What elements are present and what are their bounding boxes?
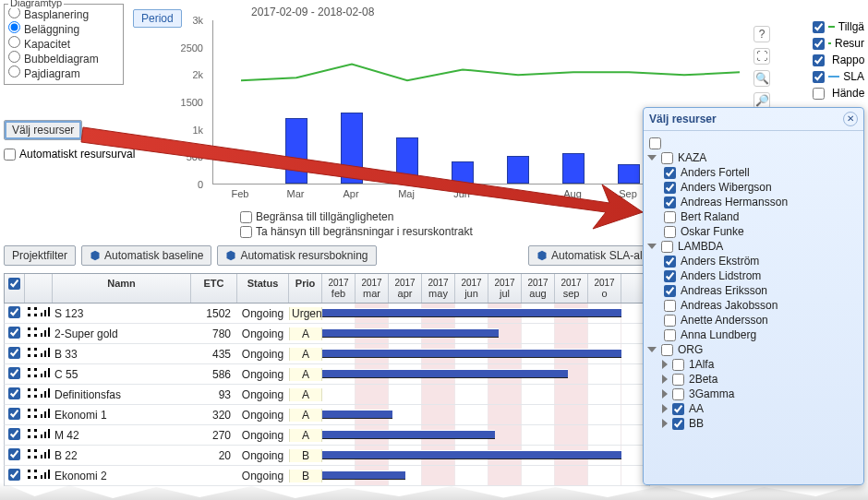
header-month[interactable]: 2017sep <box>555 274 588 303</box>
limit-availability-checkbox[interactable]: Begränsa till tillgängligheten <box>240 210 473 223</box>
legend-item[interactable]: SLA <box>813 70 864 83</box>
table-row[interactable]: S 123 1502 Ongoing Urgent <box>4 304 650 324</box>
x-label: Apr <box>343 188 358 199</box>
help-icon[interactable]: ? <box>753 26 770 42</box>
table-row[interactable]: C 55 586 Ongoing A <box>4 364 650 385</box>
tree-item[interactable]: Anders Ekström <box>662 254 860 268</box>
tree-group[interactable]: LAMBDA <box>647 239 860 254</box>
svg-rect-39 <box>41 414 42 418</box>
chevron-right-icon[interactable] <box>662 375 668 384</box>
chevron-down-icon[interactable] <box>647 347 657 352</box>
dialog-header[interactable]: Välj resurser ✕ <box>644 108 863 131</box>
header-status[interactable]: Status <box>237 274 289 303</box>
header-month[interactable]: 2017jun <box>455 274 488 303</box>
svg-rect-8 <box>28 334 30 337</box>
header-month[interactable]: 2017feb <box>322 274 356 303</box>
legend-item[interactable]: Rappo <box>813 54 864 66</box>
close-icon[interactable]: ✕ <box>843 112 858 126</box>
tree-item[interactable]: Anders Lidstrom <box>662 268 860 283</box>
diagram-type-option[interactable]: Pajdiagram <box>8 65 119 80</box>
row-etc: 1502 <box>191 307 237 320</box>
tree-item[interactable]: Andreas Jakobsson <box>662 298 860 313</box>
tree-item[interactable]: Bert Raland <box>662 209 860 224</box>
diagram-type-option[interactable]: Basplanering <box>8 6 119 21</box>
header-prio[interactable]: Prio <box>289 274 322 303</box>
header-month[interactable]: 2017jul <box>488 274 522 303</box>
table-row[interactable]: M 42 270 Ongoing A <box>4 425 650 446</box>
expand-icon[interactable]: ⛶ <box>753 48 770 65</box>
grip-icon <box>27 327 38 338</box>
table-row[interactable]: B 33 435 Ongoing A <box>4 344 650 364</box>
diagram-type-option[interactable]: Bubbeldiagram <box>8 51 119 65</box>
gantt-bar <box>322 328 499 338</box>
select-resources-button[interactable]: Välj resurser <box>4 120 82 140</box>
period-button[interactable]: Period <box>133 9 182 28</box>
tree-item[interactable]: Anna Lundberg <box>662 327 860 342</box>
table-row[interactable]: B 22 20 Ongoing B <box>4 446 650 466</box>
svg-rect-48 <box>48 429 50 438</box>
svg-rect-24 <box>34 375 37 377</box>
auto-booking-button[interactable]: Automatisk resursbokning <box>217 245 376 266</box>
tree-item[interactable]: Andreas Hermansson <box>662 195 860 209</box>
header-month[interactable]: 2017may <box>422 274 455 303</box>
header-etc[interactable]: ETC <box>191 274 237 303</box>
tree-item[interactable]: Anders Fortell <box>662 165 860 180</box>
row-etc: 270 <box>191 429 237 442</box>
consider-constraints-checkbox[interactable]: Ta hänsyn till begränsningar i resurskon… <box>240 225 473 238</box>
table-row[interactable]: Definitionsfas 93 Ongoing A <box>4 385 650 405</box>
table-row[interactable]: Ekonomi 2 Ongoing B <box>4 466 650 486</box>
auto-baseline-button[interactable]: Automatisk baseline <box>81 245 211 266</box>
header-name[interactable]: Namn <box>53 274 191 303</box>
chevron-right-icon[interactable] <box>662 360 668 369</box>
diagram-type-option[interactable]: Beläggning <box>8 21 119 36</box>
tree-item[interactable]: 2Beta <box>662 372 860 387</box>
tree-item[interactable]: 3Gamma <box>662 387 860 401</box>
chevron-right-icon[interactable] <box>662 389 668 399</box>
auto-sla-button[interactable]: Automatisk SLA-all <box>528 245 653 266</box>
auto-resource-selection-input[interactable] <box>4 149 16 161</box>
diagram-type-option[interactable]: Kapacitet <box>8 36 119 51</box>
tree-group[interactable]: ORG <box>647 342 860 357</box>
tree-item[interactable]: Oskar Funke <box>662 224 860 239</box>
table-row[interactable]: Ekonomi 1 320 Ongoing A <box>4 405 650 425</box>
tree-item[interactable]: AA <box>662 401 860 416</box>
row-prio: A <box>289 348 322 361</box>
header-month[interactable]: 2017mar <box>356 274 389 303</box>
tree-item[interactable]: BB <box>662 416 860 431</box>
zoom-in-icon[interactable]: 🔍 <box>753 70 770 87</box>
chevron-right-icon[interactable] <box>662 419 668 428</box>
gantt-bar <box>322 369 568 378</box>
legend-item[interactable]: Hände <box>813 87 864 100</box>
row-status: Ongoing <box>237 307 289 320</box>
tree-root[interactable] <box>647 137 860 150</box>
legend-item[interactable]: Resur <box>813 37 864 50</box>
tree-item[interactable]: Anette Andersson <box>662 313 860 327</box>
chevron-down-icon[interactable] <box>647 244 657 249</box>
grip-icon <box>27 367 38 378</box>
svg-rect-19 <box>44 351 46 357</box>
y-tick: 3k <box>192 15 203 26</box>
tree-item[interactable]: Andreas Eriksson <box>662 283 860 298</box>
auto-resource-selection-checkbox[interactable]: Automatiskt resursurval <box>4 148 135 161</box>
chevron-right-icon[interactable] <box>662 404 668 413</box>
header-select-all[interactable] <box>5 274 25 303</box>
project-filter-button[interactable]: Projektfilter <box>4 245 76 266</box>
chevron-down-icon[interactable] <box>647 155 657 161</box>
x-label: Maj <box>398 188 415 199</box>
tree-item[interactable]: Anders Wibergson <box>662 180 860 195</box>
header-month[interactable]: 2017aug <box>522 274 555 303</box>
svg-rect-37 <box>34 409 37 411</box>
svg-rect-51 <box>34 449 37 452</box>
header-month[interactable]: 2017o <box>588 274 621 303</box>
row-gantt <box>322 344 649 363</box>
header-month[interactable]: 2017apr <box>389 274 422 303</box>
grip-icon <box>27 387 38 399</box>
svg-rect-23 <box>34 368 37 371</box>
tree-item[interactable]: 1Alfa <box>662 357 860 372</box>
svg-rect-0 <box>28 307 30 310</box>
row-prio: B <box>289 449 322 462</box>
svg-rect-43 <box>28 435 30 438</box>
legend-item[interactable]: Tillgä <box>813 20 864 33</box>
table-row[interactable]: 2-Super gold 780 Ongoing A <box>4 324 650 344</box>
tree-group[interactable]: KAZA <box>647 150 860 165</box>
